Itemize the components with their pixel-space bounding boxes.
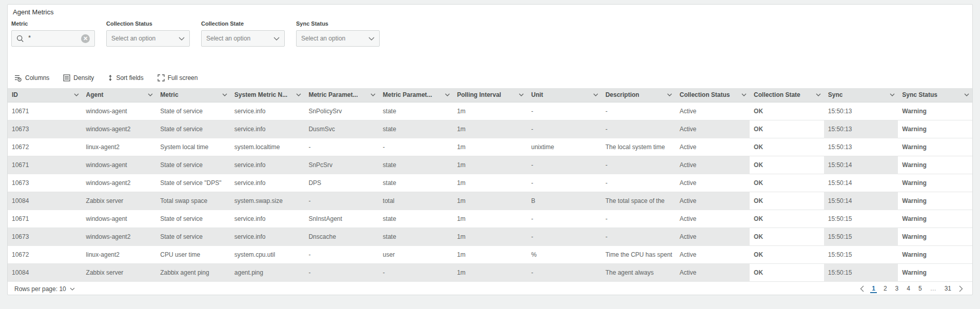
cell-agent: windows-agent2 (82, 120, 156, 138)
collection-state-select[interactable]: Select an option (201, 30, 285, 47)
search-icon (16, 35, 24, 43)
column-header-description[interactable]: Description (601, 88, 676, 102)
sort-fields-button[interactable]: Sort fields (108, 74, 143, 81)
rows-per-page-select[interactable]: Rows per page: 10 (14, 285, 75, 293)
metric-search-input[interactable]: * ✕ (11, 30, 95, 47)
cell-agent: windows-agent (82, 210, 156, 228)
table-header-row: IDAgentMetricSystem Metric N...Metric Pa… (8, 88, 972, 102)
table-row[interactable]: 10673windows-agent2State of serviceservi… (8, 228, 972, 245)
cell-collection-status: Active (675, 245, 750, 263)
chevron-left-icon (860, 285, 864, 292)
table-row[interactable]: 10084Zabbix serverZabbix agent pingagent… (8, 263, 972, 281)
column-header-polling-interval[interactable]: Polling Interval (453, 88, 527, 102)
chevron-down-icon (70, 287, 75, 291)
cell-id: 10673 (8, 120, 82, 138)
page-button-31[interactable]: 31 (943, 284, 953, 293)
cell-description: The total space of the (601, 192, 676, 210)
table-row[interactable]: 10672linux-agent2CPU user timesystem.cpu… (8, 245, 972, 263)
column-header-metric-parameter-1[interactable]: Metric Paramet... (304, 88, 379, 102)
cell-metric: CPU user time (156, 245, 230, 263)
page-button-2[interactable]: 2 (882, 284, 889, 293)
column-header-sync-status[interactable]: Sync Status (898, 88, 972, 102)
page-button-3[interactable]: 3 (894, 284, 900, 293)
table-row[interactable]: 10084Zabbix serverTotal swap spacesystem… (8, 192, 972, 210)
cell-collection-state: OK (750, 263, 824, 281)
chevron-down-icon (222, 93, 227, 96)
column-header-metric[interactable]: Metric (156, 88, 230, 102)
column-header-collection-state[interactable]: Collection State (750, 88, 824, 102)
cell-sync: 15:50:14 (824, 156, 898, 174)
cell-metric: System local time (156, 138, 230, 156)
table-body: 10671windows-agentState of serviceservic… (8, 102, 972, 281)
columns-button-label: Columns (25, 74, 49, 81)
cell-collection-state: OK (750, 102, 824, 120)
cell-metric: State of service (156, 102, 230, 120)
table-row[interactable]: 10672linux-agent2System local timesystem… (8, 138, 972, 156)
cell-collection-status: Active (675, 192, 750, 210)
cell-polling-interval: 1m (453, 263, 527, 281)
cell-metric: State of service "DPS" (156, 174, 230, 192)
fullscreen-icon (158, 74, 165, 81)
previous-page-button[interactable] (859, 285, 865, 292)
cell-sync: 15:50:15 (824, 263, 898, 281)
next-page-button[interactable] (958, 285, 964, 292)
table-row[interactable]: 10671windows-agentState of serviceservic… (8, 210, 972, 228)
full-screen-button[interactable]: Full screen (158, 74, 198, 81)
table-row[interactable]: 10671windows-agentState of serviceservic… (8, 102, 972, 120)
column-header-metric-parameter-2[interactable]: Metric Paramet... (379, 88, 453, 102)
filter-sync-status: Sync Status Select an option (296, 20, 380, 47)
sync-status-select[interactable]: Select an option (296, 30, 380, 47)
density-button[interactable]: Density (63, 74, 94, 81)
cell-system-metric-name: system.swap.size (230, 192, 305, 210)
cell-polling-interval: 1m (453, 102, 527, 120)
pagination-ellipsis: … (929, 284, 938, 293)
column-header-collection-status[interactable]: Collection Status (675, 88, 750, 102)
clear-search-icon[interactable]: ✕ (81, 34, 90, 43)
filter-collection-state: Collection State Select an option (201, 20, 285, 47)
table-row[interactable]: 10671windows-agentState of serviceservic… (8, 156, 972, 174)
cell-id: 10671 (8, 210, 82, 228)
cell-agent: linux-agent2 (82, 245, 156, 263)
cell-polling-interval: 1m (453, 210, 527, 228)
cell-collection-status: Active (675, 174, 750, 192)
cell-metric-parameter-2: total (379, 192, 453, 210)
table-row[interactable]: 10673windows-agent2State of service "DPS… (8, 174, 972, 192)
page-button-1[interactable]: 1 (870, 284, 877, 293)
cell-metric-parameter-1: DusmSvc (304, 120, 379, 138)
cell-agent: windows-agent2 (82, 228, 156, 245)
cell-id: 10673 (8, 228, 82, 245)
column-header-id[interactable]: ID (8, 88, 82, 102)
cell-unit: % (527, 245, 601, 263)
collection-status-select[interactable]: Select an option (106, 30, 190, 47)
cell-sync-status: Warning (898, 245, 972, 263)
cell-collection-status: Active (675, 102, 750, 120)
cell-unit: unixtime (527, 138, 601, 156)
column-header-unit[interactable]: Unit (527, 88, 601, 102)
filter-collection-status: Collection Status Select an option (106, 20, 190, 47)
cell-agent: Zabbix server (82, 192, 156, 210)
column-header-agent[interactable]: Agent (82, 88, 156, 102)
chevron-down-icon (667, 93, 672, 96)
column-header-system-metric-name[interactable]: System Metric N... (230, 88, 305, 102)
table-row[interactable]: 10673windows-agent2State of serviceservi… (8, 120, 972, 138)
cell-sync: 15:50:15 (824, 210, 898, 228)
page-button-4[interactable]: 4 (905, 284, 912, 293)
chevron-down-icon (148, 93, 153, 96)
chevron-down-icon (519, 93, 524, 96)
page-button-5[interactable]: 5 (917, 284, 924, 293)
cell-id: 10671 (8, 102, 82, 120)
columns-button[interactable]: Columns (14, 74, 49, 82)
filter-bar: Metric * ✕ Collection Status Select an o… (11, 20, 972, 47)
cell-system-metric-name: service.info (230, 174, 305, 192)
filter-metric: Metric * ✕ (11, 20, 95, 47)
cell-metric-parameter-2: state (379, 228, 453, 245)
column-header-sync[interactable]: Sync (824, 88, 898, 102)
cell-sync: 15:50:13 (824, 138, 898, 156)
cell-sync: 15:50:15 (824, 228, 898, 245)
cell-sync-status: Warning (898, 102, 972, 120)
cell-id: 10671 (8, 156, 82, 174)
cell-metric-parameter-2: state (379, 210, 453, 228)
select-placeholder: Select an option (301, 35, 368, 42)
cell-unit: - (527, 156, 601, 174)
cell-polling-interval: 1m (453, 174, 527, 192)
